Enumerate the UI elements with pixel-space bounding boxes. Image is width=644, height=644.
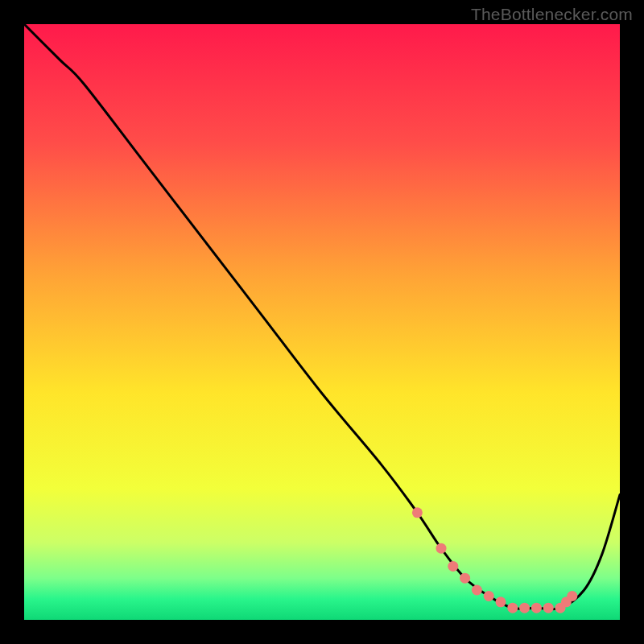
highlight-dot <box>519 603 530 613</box>
highlight-dot <box>484 591 494 601</box>
highlight-dot <box>412 507 423 518</box>
highlight-dot <box>543 603 554 613</box>
chart-stage: TheBottlenecker.com <box>0 0 644 644</box>
gradient-background <box>24 24 620 620</box>
highlight-dot <box>567 591 577 601</box>
highlight-dot <box>436 543 447 554</box>
highlight-dot <box>472 585 482 596</box>
plot-svg <box>24 24 620 620</box>
highlight-dot <box>448 561 458 572</box>
highlight-dot <box>496 597 506 607</box>
highlight-dot <box>507 603 518 613</box>
plot-area <box>24 24 620 620</box>
attribution-text: TheBottlenecker.com <box>471 5 633 24</box>
highlight-dot <box>531 603 542 613</box>
highlight-dot <box>460 573 470 584</box>
